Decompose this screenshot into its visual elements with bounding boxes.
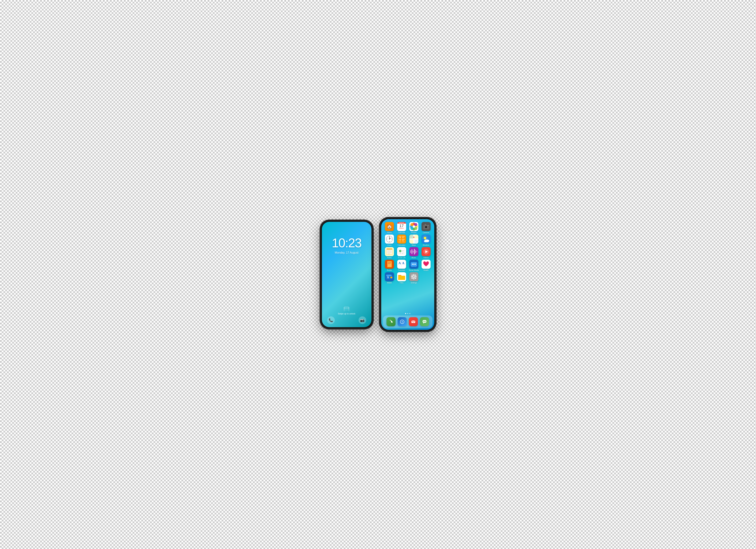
settings-icon bbox=[409, 272, 418, 281]
app-social[interactable]: Social Media bbox=[408, 260, 419, 271]
todo-icon: ✓ bbox=[397, 247, 406, 256]
svg-rect-100 bbox=[386, 275, 392, 276]
svg-point-96 bbox=[415, 264, 416, 265]
calendar-icon: MONTH 17 MONDAY bbox=[397, 222, 406, 231]
photos-icon bbox=[409, 222, 418, 231]
svg-text:✓: ✓ bbox=[400, 250, 401, 252]
svg-rect-14 bbox=[425, 224, 426, 225]
svg-rect-45 bbox=[422, 235, 431, 244]
wallet-label: Wallet bbox=[387, 282, 392, 284]
app-wallet[interactable]: $ Wallet bbox=[384, 272, 395, 284]
svg-rect-26 bbox=[397, 235, 406, 244]
swipe-to-unlock[interactable]: Swipe up to unlock bbox=[338, 307, 355, 315]
dock-phone[interactable] bbox=[386, 317, 396, 326]
calculator-label: Calculator bbox=[398, 244, 405, 246]
svg-rect-15 bbox=[428, 225, 429, 226]
maps-label: Maps bbox=[412, 244, 416, 246]
svg-rect-36 bbox=[402, 242, 405, 242]
app-row-1: 🏠 Home MONTH 17 MONDAY Calendar bbox=[383, 222, 432, 234]
svg-text:A: A bbox=[398, 261, 401, 265]
app-maps[interactable]: Maps bbox=[408, 235, 419, 246]
swipe-arrows bbox=[344, 307, 349, 311]
svg-rect-75 bbox=[414, 249, 415, 255]
health-icon bbox=[422, 260, 431, 269]
home-screen-phone: 🏠 Home MONTH 17 MONDAY Calendar bbox=[380, 218, 436, 331]
svg-point-54 bbox=[424, 240, 427, 242]
svg-point-103 bbox=[391, 276, 392, 278]
app-music[interactable]: Music bbox=[408, 247, 419, 259]
weather-icon bbox=[422, 235, 431, 244]
app-home[interactable]: 🏠 Home bbox=[384, 222, 395, 234]
photos-label: Photos bbox=[411, 232, 416, 234]
svg-text:A: A bbox=[402, 261, 404, 265]
maps-icon bbox=[409, 235, 418, 244]
svg-point-95 bbox=[413, 264, 414, 265]
home-screen-display: 🏠 Home MONTH 17 MONDAY Calendar bbox=[381, 219, 434, 330]
books-icon bbox=[385, 260, 394, 269]
lock-screen-container: 10:23 Monday, 17 August Swipe up to unlo… bbox=[322, 222, 371, 327]
lock-bottom-icons: 📞 📷 bbox=[322, 316, 371, 324]
dock bbox=[383, 315, 433, 328]
app-row-4: Books A A Translate bbox=[383, 260, 432, 271]
camera-label: Camera bbox=[423, 232, 429, 234]
notes-label: Notes bbox=[387, 257, 392, 259]
svg-point-8 bbox=[413, 225, 415, 228]
svg-line-51 bbox=[423, 236, 423, 237]
camera-icon bbox=[422, 222, 431, 231]
app-settings[interactable]: Settings bbox=[408, 272, 419, 284]
health-label: Health bbox=[423, 269, 429, 271]
lock-camera-icon[interactable]: 📷 bbox=[359, 316, 366, 324]
app-todo[interactable]: ✓ To-Do List bbox=[396, 247, 407, 259]
dock-compass[interactable] bbox=[398, 317, 407, 326]
dock-messages[interactable] bbox=[420, 317, 429, 326]
svg-point-108 bbox=[413, 276, 415, 277]
app-books[interactable]: Books bbox=[384, 260, 395, 271]
app-notes[interactable]: Notes bbox=[384, 247, 395, 259]
app-row-2: Clock + ÷ − = bbox=[383, 235, 432, 246]
settings-label: Settings bbox=[411, 282, 417, 284]
app-translate[interactable]: A A Translate bbox=[396, 260, 407, 271]
videos-label: Videos bbox=[423, 257, 429, 259]
svg-rect-109 bbox=[413, 274, 414, 275]
svg-rect-77 bbox=[416, 251, 417, 253]
todo-label: To-Do List bbox=[398, 257, 405, 259]
dot-2 bbox=[407, 313, 408, 314]
app-camera[interactable]: Camera bbox=[421, 222, 431, 234]
svg-point-94 bbox=[412, 264, 413, 265]
music-icon bbox=[409, 247, 418, 256]
dot-1 bbox=[405, 313, 406, 314]
app-calendar[interactable]: MONTH 17 MONDAY Calendar bbox=[396, 222, 407, 234]
translate-label: Translate bbox=[398, 269, 405, 271]
svg-rect-74 bbox=[413, 251, 414, 253]
svg-point-25 bbox=[389, 239, 390, 240]
app-calculator[interactable]: + ÷ − = Ca bbox=[396, 235, 407, 246]
swipe-text: Swipe up to unlock bbox=[338, 312, 355, 315]
app-health[interactable]: Health bbox=[421, 260, 431, 271]
home-label: Home bbox=[387, 232, 392, 234]
files-label: Files bbox=[400, 282, 403, 284]
books-label: Books bbox=[387, 269, 392, 271]
app-files[interactable]: Files bbox=[396, 272, 407, 284]
svg-point-46 bbox=[424, 237, 426, 240]
lock-screen-display: 10:23 Monday, 17 August Swipe up to unlo… bbox=[322, 222, 371, 327]
svg-rect-112 bbox=[415, 276, 417, 277]
dock-mail[interactable] bbox=[409, 317, 418, 326]
svg-point-124 bbox=[425, 321, 426, 322]
lock-phone-icon[interactable]: 📞 bbox=[327, 316, 335, 324]
home-icon: 🏠 bbox=[385, 222, 394, 231]
files-icon bbox=[397, 272, 406, 281]
swipe-arrow-3 bbox=[344, 310, 349, 311]
svg-point-55 bbox=[427, 240, 429, 242]
lock-time: 10:23 bbox=[332, 236, 361, 250]
clock-icon bbox=[385, 235, 394, 244]
svg-rect-76 bbox=[415, 250, 416, 254]
app-photos[interactable]: Photos bbox=[408, 222, 419, 234]
svg-rect-111 bbox=[411, 276, 412, 277]
app-clock[interactable]: Clock bbox=[384, 235, 395, 246]
music-label: Music bbox=[411, 257, 416, 259]
svg-rect-32 bbox=[402, 236, 405, 237]
app-videos[interactable]: Videos bbox=[421, 247, 431, 259]
page-dots bbox=[381, 312, 434, 315]
svg-rect-33 bbox=[399, 239, 401, 240]
app-weather[interactable]: Weather bbox=[421, 235, 431, 246]
